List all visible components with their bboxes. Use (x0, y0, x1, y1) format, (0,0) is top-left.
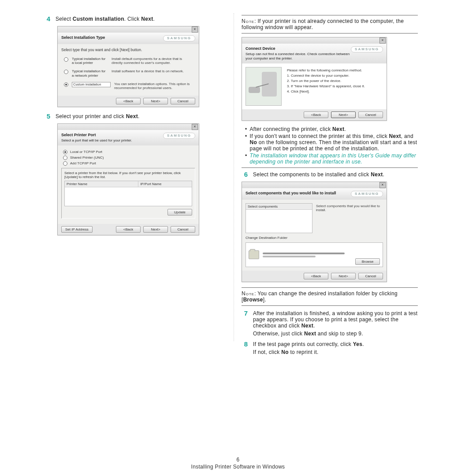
radio-icon (63, 150, 67, 154)
dialog-header: Select components that you would like to… (242, 188, 387, 200)
cancel-button[interactable]: Cancel (358, 273, 383, 279)
port-opt-local[interactable]: Local or TCP/IP Port (61, 149, 195, 155)
radio-icon (64, 57, 68, 62)
conn-step-4: 4. Click [Next]. (287, 89, 365, 93)
printer-list[interactable]: Printer Name IP/Port Name (64, 181, 192, 206)
cancel-button[interactable]: Cancel (358, 112, 383, 118)
close-icon[interactable]: × (379, 37, 386, 44)
bullet-icon: • (245, 126, 247, 132)
dialog-button-bar: <Back Next> Cancel (242, 271, 387, 282)
dialog-button-bar: <Back Next> Cancel (242, 109, 387, 120)
next-button[interactable]: Next> (143, 98, 168, 104)
note-divider (242, 167, 418, 168)
dialog-body: Select components Select components that… (242, 200, 387, 271)
step-7-text: After the installation is finished, a wi… (253, 309, 418, 337)
note-text: : You can change the desired installatio… (242, 290, 398, 303)
note-label: Note (242, 290, 254, 297)
components-list[interactable]: Select components (245, 203, 312, 233)
left-column: 4 Select Custom installation. Click Next… (44, 13, 220, 359)
section-title: Installing Printer Software in Windows (0, 464, 476, 470)
cancel-button[interactable]: Cancel (171, 226, 195, 233)
option-label: Typical installation for a local printer (72, 57, 108, 65)
step-4: 4 Select Custom installation. Click Next… (44, 15, 220, 22)
step-4-text: Select Custom installation. Click Next. (56, 15, 155, 22)
update-button[interactable]: Update (167, 209, 192, 216)
update-row: Update (64, 208, 192, 216)
components-desc: Select components that you would like to… (315, 203, 383, 233)
page-number: 6 (0, 457, 476, 463)
step-number: 4 (44, 15, 50, 22)
list-header: Printer Name IP/Port Name (65, 181, 192, 187)
back-button[interactable]: <Back (304, 273, 328, 279)
titlebar: × (242, 182, 387, 188)
step-8-text: If the test page prints out correctly, c… (253, 340, 364, 355)
brand-logo: SAMSUNG (351, 46, 383, 52)
option-label: Custom installation (72, 82, 111, 88)
step-6: 6 Select the components to be installed … (242, 171, 418, 178)
dialog-header: Connect Device Setup can not find a conn… (242, 44, 387, 63)
dialog-body: Select type that you want and click [Nex… (58, 44, 199, 96)
step-5-text: Select your printer and click Next. (56, 112, 140, 120)
dialog-title: Select Installation Type (61, 35, 105, 41)
option-typical-network[interactable]: Typical installation for a network print… (61, 67, 195, 79)
step-5: 5 Select your printer and click Next. (44, 112, 220, 120)
titlebar: × (58, 124, 199, 130)
connection-steps: Please refer to the following connection… (287, 67, 365, 95)
dialog-body: Please refer to the following connection… (242, 63, 387, 109)
step-8: 8 If the test page prints out correctly,… (242, 340, 418, 355)
note-connect: Note: If your printer is not already con… (242, 15, 418, 33)
dialog-button-bar: Set IP Address <Back Next> Cancel (58, 224, 199, 235)
list-header: Select components (246, 204, 312, 210)
italic-note: The installation window that appears in … (250, 152, 418, 165)
printer-list-group: Select a printer from the list below. If… (61, 168, 195, 219)
close-icon[interactable]: × (379, 182, 386, 188)
brand-logo: SAMSUNG (351, 191, 383, 197)
dialog-body: Local or TCP/IP Port Shared Printer (UNC… (58, 145, 199, 224)
next-button[interactable]: Next> (143, 226, 168, 233)
bullet-note-install-window: • The installation window that appears i… (242, 152, 418, 165)
connection-illustration (245, 67, 282, 106)
back-button[interactable]: <Back (116, 226, 141, 233)
conn-step-2: 2. Turn on the power of the device. (287, 79, 365, 83)
bullet-icon: • (245, 133, 247, 152)
port-opt-add[interactable]: Add TCP/IP Port (61, 160, 195, 166)
note-text: : If your printer is not already connect… (242, 18, 404, 30)
option-label: Typical installation for a network print… (72, 69, 108, 77)
conn-step-3: 3. If "New Hardware Wizard" is appeared,… (287, 84, 365, 88)
folder-icon (249, 250, 259, 259)
option-typical-local[interactable]: Typical installation for a local printer… (61, 55, 195, 67)
option-desc: You can select installation options. Thi… (114, 82, 193, 90)
option-desc: Install software for a device that is on… (112, 69, 193, 73)
column-divider (234, 13, 234, 341)
titlebar: × (58, 26, 199, 33)
port-opt-unc[interactable]: Shared Printer (UNC) (61, 155, 195, 160)
set-ip-button[interactable]: Set IP Address (61, 226, 93, 233)
bullet-icon: • (245, 152, 247, 165)
step-number: 7 (242, 309, 248, 337)
cancel-button[interactable]: Cancel (171, 98, 195, 104)
page-footer: 6 Installing Printer Software in Windows (0, 457, 476, 470)
note-browse: Note: You can change the desired install… (242, 287, 418, 306)
printer-port-dialog: × Select Printer Port Select a port that… (57, 123, 199, 235)
dialog-header: Select Installation Type SAMSUNG (58, 33, 199, 44)
option-custom[interactable]: Custom installation You can select insta… (61, 80, 195, 92)
next-button[interactable]: Next> (331, 112, 356, 118)
next-button[interactable]: Next> (331, 273, 356, 279)
dialog-subtitle: Setup can not find a connected device. C… (245, 52, 351, 61)
option-label: Local or TCP/IP Port (70, 150, 102, 154)
step-number: 5 (44, 112, 50, 120)
browse-button[interactable]: Browse (355, 258, 380, 265)
back-button[interactable]: <Back (304, 112, 328, 118)
close-icon[interactable]: × (192, 124, 198, 130)
radio-icon (64, 70, 68, 74)
radio-icon (63, 161, 67, 166)
bullet-no-connect: • If you don't want to connect the print… (242, 133, 418, 152)
close-icon[interactable]: × (192, 26, 198, 33)
step-6-text: Select the components to be installed an… (253, 171, 384, 178)
components-area: Select components Select components that… (245, 203, 383, 233)
option-desc: Install default components for a device … (112, 57, 193, 65)
radio-icon (63, 156, 67, 160)
back-button[interactable]: <Back (116, 98, 141, 104)
dialog-intro: Select type that you want and click [Nex… (61, 48, 195, 52)
right-column: Note: If your printer is not already con… (242, 13, 418, 359)
